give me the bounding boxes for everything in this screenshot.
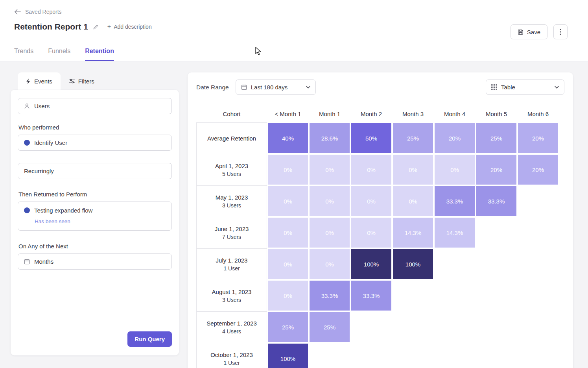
retention-cell[interactable]: 14.3% (435, 218, 475, 248)
column-header: Month 2 (350, 111, 392, 117)
report-type-tabs: Trends Funnels Retention (14, 48, 114, 61)
retention-cell-slot: 50% (350, 122, 392, 154)
tab-filters-label: Filters (78, 78, 94, 85)
retention-table-header: Cohort< Month 1Month 1Month 2Month 3Mont… (196, 105, 564, 122)
retention-cell[interactable]: 0% (310, 155, 350, 185)
retention-cell[interactable]: 25% (476, 123, 516, 153)
cohort-name: July 1, 2023 (216, 257, 248, 264)
retention-cell[interactable]: 0% (268, 218, 308, 248)
run-query-button[interactable]: Run Query (127, 331, 172, 347)
retention-cell[interactable]: 33.3% (476, 186, 516, 216)
frequency-selector[interactable]: Recurringly (18, 163, 172, 179)
retention-cell[interactable]: 0% (310, 218, 350, 248)
retention-cell[interactable]: 0% (268, 249, 308, 279)
retention-cell[interactable]: 0% (268, 155, 308, 185)
column-header: Month 6 (517, 111, 559, 117)
retention-table: Cohort< Month 1Month 1Month 2Month 3Mont… (196, 105, 564, 368)
cohort-size: 1 User (223, 265, 240, 272)
retention-cell-slot: 0% (267, 280, 309, 311)
more-options-button[interactable] (553, 24, 568, 39)
retention-cell[interactable]: 0% (351, 186, 391, 216)
retention-cell-slot: 0% (267, 248, 309, 280)
retention-cell[interactable]: 50% (351, 123, 391, 153)
tab-funnels[interactable]: Funnels (48, 48, 70, 61)
cohort-size: 3 Users (222, 297, 241, 303)
retention-cell-slot: 33.3% (434, 185, 476, 217)
retention-cell[interactable]: 0% (351, 155, 391, 185)
date-range-dropdown[interactable]: Last 180 days (236, 80, 316, 95)
retention-cell[interactable]: 20% (476, 155, 516, 185)
retention-cell[interactable]: 20% (518, 123, 558, 153)
identify-user-event-selector[interactable]: Identify User (18, 135, 172, 151)
retention-cell[interactable]: 100% (393, 249, 433, 279)
retention-cell[interactable]: 0% (393, 186, 433, 216)
retention-cell[interactable]: 0% (435, 155, 475, 185)
tab-retention[interactable]: Retention (85, 48, 114, 61)
retention-cell[interactable]: 25% (310, 312, 350, 342)
retention-cell[interactable]: 20% (518, 155, 558, 185)
unit-selector[interactable]: Months (18, 253, 172, 270)
retention-cell[interactable]: 0% (351, 218, 391, 248)
app-header: Saved Reports Retention Report 1 + Add d… (0, 0, 588, 61)
return-event-condition-link[interactable]: Has been seen (35, 218, 70, 224)
retention-cell[interactable]: 0% (310, 186, 350, 216)
retention-cell-slot: 0% (350, 185, 392, 217)
filters-icon (69, 78, 75, 84)
save-label: Save (527, 29, 540, 35)
retention-cell[interactable]: 20% (435, 123, 475, 153)
frequency-label: Recurringly (24, 168, 54, 174)
retention-cell[interactable]: 33.3% (310, 281, 350, 311)
retention-cell[interactable]: 40% (268, 123, 308, 153)
retention-cell[interactable]: 0% (310, 249, 350, 279)
add-description-button[interactable]: + Add description (107, 24, 152, 30)
column-header: Month 5 (476, 111, 517, 117)
unit-label: Months (34, 258, 53, 265)
retention-cell[interactable]: 100% (268, 344, 308, 368)
edit-title-button[interactable] (93, 24, 99, 30)
tab-filters[interactable]: Filters (61, 72, 103, 90)
retention-cell-slot: 33.3% (476, 185, 517, 217)
view-mode-dropdown[interactable]: Table (486, 80, 564, 95)
cohort-cell: July 1, 20231 User (196, 248, 267, 280)
table-row: June 1, 20237 Users0%0%0%14.3%14.3% (196, 217, 564, 248)
retention-cell[interactable]: 14.3% (393, 218, 433, 248)
tab-trends[interactable]: Trends (14, 48, 33, 61)
tab-events[interactable]: Events (18, 72, 61, 90)
users-label: Users (34, 103, 50, 109)
retention-cell[interactable]: 0% (268, 281, 308, 311)
cohort-name: April 1, 2023 (215, 163, 248, 169)
retention-cell[interactable]: 25% (393, 123, 433, 153)
save-button[interactable]: Save (511, 24, 547, 39)
query-panel: Users Who performed Identify User Recurr… (11, 90, 179, 355)
who-performed-label: Who performed (18, 124, 171, 131)
column-header: Month 3 (392, 111, 434, 117)
retention-cell-slot: 14.3% (392, 217, 434, 248)
retention-cell-slot: 0% (267, 217, 309, 248)
users-selector[interactable]: Users (18, 98, 172, 114)
lightning-icon (26, 78, 31, 84)
report-controls: Date Range Last 180 days Table (196, 80, 564, 95)
retention-cell-slot: 0% (392, 154, 434, 185)
retention-cell-slot: 0% (392, 185, 434, 217)
retention-cell-slot: 33.3% (350, 280, 392, 311)
column-header: Cohort (196, 111, 267, 117)
retention-cell[interactable]: 33.3% (435, 186, 475, 216)
retention-cell[interactable]: 28.6% (310, 123, 350, 153)
chevron-down-icon (555, 86, 559, 89)
retention-cell[interactable]: 100% (351, 249, 391, 279)
cohort-name: Average Retention (207, 135, 256, 142)
add-description-label: Add description (114, 24, 152, 30)
retention-cell-slot: 20% (517, 122, 559, 154)
retention-cell[interactable]: 33.3% (351, 281, 391, 311)
event-dot-icon (24, 207, 30, 213)
identify-user-label: Identify User (34, 139, 67, 146)
retention-cell[interactable]: 0% (393, 155, 433, 185)
back-link[interactable]: Saved Reports (14, 8, 62, 16)
calendar-icon (241, 84, 247, 90)
retention-cell[interactable]: 0% (268, 186, 308, 216)
cohort-name: October 1, 2023 (210, 351, 253, 358)
retention-cell-slot: 0% (309, 248, 350, 280)
retention-cell-slot: 0% (309, 185, 350, 217)
return-event-selector[interactable]: Testing expanded flow Has been seen (18, 202, 172, 231)
retention-cell[interactable]: 25% (268, 312, 308, 342)
